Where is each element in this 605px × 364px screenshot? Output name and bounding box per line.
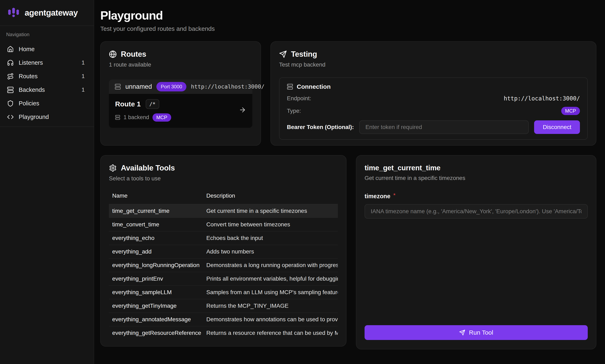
tool-description-cell: Convert time between timezones <box>203 218 338 231</box>
headphones-icon <box>7 59 14 66</box>
timezone-field-label-row: timezone * <box>365 193 588 200</box>
column-header-description: Description <box>203 193 338 204</box>
tool-runner-card: time_get_current_time Get current time i… <box>356 155 596 350</box>
server-icon <box>115 115 120 120</box>
tool-description-cell: Samples from an LLM using MCP's sampling… <box>203 286 338 299</box>
tool-name-cell: time_convert_time <box>109 218 203 231</box>
disconnect-button[interactable]: Disconnect <box>534 120 580 134</box>
tool-description-cell: Get current time in a specific timezones <box>203 204 338 218</box>
table-row[interactable]: everything_echoEchoes back the input <box>109 231 338 245</box>
sidebar-item-playground[interactable]: Playground <box>4 111 90 123</box>
table-row[interactable]: time_convert_timeConvert time between ti… <box>109 218 338 231</box>
tools-card-header: Available Tools <box>109 164 338 172</box>
testing-card: Testing Test mcp backend Connection Endp… <box>270 41 596 146</box>
routes-card-title: Routes <box>121 50 146 59</box>
tool-name-cell: everything_getTinyImage <box>109 299 203 313</box>
tool-name-cell: everything_longRunningOperation <box>109 259 203 272</box>
table-row[interactable]: everything_annotatedMessageDemonstrates … <box>109 313 338 326</box>
sidebar-header: agentgateway <box>0 0 94 26</box>
sidebar-item-label: Policies <box>19 100 39 107</box>
tool-name-cell: everything_add <box>109 245 203 259</box>
tool-name-cell: time_get_current_time <box>109 204 203 218</box>
sidebar-nav: Navigation Home Listeners 1 Routes <box>0 26 94 127</box>
routes-card-subtitle: 1 route available <box>109 61 252 68</box>
table-row[interactable]: time_get_current_timeGet current time in… <box>109 204 338 218</box>
tool-name-cell: everything_sampleLLM <box>109 286 203 299</box>
tool-runner-title: time_get_current_time <box>365 164 588 172</box>
table-row[interactable]: everything_longRunningOperationDemonstra… <box>109 259 338 272</box>
tool-runner-subtitle: Get current time in a specific timezones <box>365 175 588 181</box>
route-icon <box>7 73 14 80</box>
send-icon <box>459 329 465 336</box>
route-backend-count: 1 backend <box>123 114 149 121</box>
table-row[interactable]: everything_getResourceReferenceReturns a… <box>109 326 338 339</box>
tool-name-cell: everything_getResourceReference <box>109 326 203 339</box>
tools-card-title: Available Tools <box>121 164 175 172</box>
page-title: Playground <box>100 9 596 22</box>
connection-heading: Connection <box>287 83 580 90</box>
bearer-token-label: Bearer Token (Optional): <box>287 124 354 130</box>
testing-card-header: Testing <box>279 50 588 59</box>
table-row[interactable]: everything_addAdds two numbers <box>109 245 338 259</box>
bearer-token-input[interactable] <box>359 120 529 134</box>
route-list-item[interactable]: Route 1 /* 1 backend MCP <box>109 94 252 128</box>
globe-icon <box>109 50 117 58</box>
tools-card-subtitle: Select a tools to use <box>109 175 338 182</box>
gear-icon <box>109 164 117 172</box>
available-tools-card: Available Tools Select a tools to use Na… <box>100 155 346 347</box>
code-icon <box>7 114 14 120</box>
routes-card-header: Routes <box>109 50 252 59</box>
app-root: agentgateway Navigation Home Listeners 1 <box>0 0 605 364</box>
timezone-field-label: timezone <box>365 193 391 200</box>
tool-name-cell: everything_printEnv <box>109 272 203 286</box>
testing-card-subtitle: Test mcp backend <box>279 61 588 68</box>
sidebar-item-label: Home <box>19 46 35 52</box>
tools-table: Name Description time_get_current_timeGe… <box>109 193 338 339</box>
shield-icon <box>7 100 14 107</box>
run-tool-label: Run Tool <box>469 329 493 336</box>
endpoint-value: http://localhost:3000/ <box>504 95 580 102</box>
sidebar-item-badge: 1 <box>82 60 87 66</box>
routes-card: Routes 1 route available unnamed Port 30… <box>100 41 261 146</box>
timezone-input[interactable] <box>365 204 588 219</box>
tool-description-cell: Echoes back the input <box>203 231 338 245</box>
type-row: Type: MCP <box>287 107 580 115</box>
tool-description-cell: Adds two numbers <box>203 245 338 259</box>
sidebar-item-listeners[interactable]: Listeners 1 <box>4 56 90 69</box>
connection-heading-label: Connection <box>297 83 331 90</box>
sidebar-item-routes[interactable]: Routes 1 <box>4 70 90 83</box>
tool-description-cell: Returns a resource reference that can be… <box>203 326 338 339</box>
table-row[interactable]: everything_printEnvPrints all environmen… <box>109 272 338 286</box>
required-marker: * <box>393 192 395 199</box>
page-subtitle: Test your configured routes and backends <box>100 25 596 32</box>
listener-name: unnamed <box>125 83 152 90</box>
main-content: Playground Test your configured routes a… <box>94 0 605 364</box>
testing-card-title: Testing <box>291 50 317 59</box>
tool-description-cell: Demonstrates a long running operation wi… <box>203 259 338 272</box>
table-row[interactable]: everything_getTinyImageReturns the MCP_T… <box>109 299 338 313</box>
sidebar-item-badge: 1 <box>82 87 87 93</box>
server-icon <box>115 84 121 90</box>
bottom-row: Available Tools Select a tools to use Na… <box>100 155 596 350</box>
agentgateway-logo-icon <box>7 6 20 19</box>
tools-table-body: time_get_current_timeGet current time in… <box>109 204 338 339</box>
tool-name-cell: everything_echo <box>109 231 203 245</box>
sidebar-item-home[interactable]: Home <box>4 43 90 55</box>
sidebar: agentgateway Navigation Home Listeners 1 <box>0 0 94 364</box>
listener-header: unnamed Port 3000 http://localhost:3000/ <box>109 79 252 94</box>
sidebar-item-backends[interactable]: Backends 1 <box>4 83 90 96</box>
route-info: Route 1 /* 1 backend MCP <box>115 99 171 122</box>
table-row[interactable]: everything_sampleLLMSamples from an LLM … <box>109 286 338 299</box>
mcp-badge: MCP <box>153 113 171 122</box>
sidebar-item-label: Routes <box>19 73 38 80</box>
route-name: Route 1 <box>115 100 141 108</box>
run-tool-button[interactable]: Run Tool <box>365 325 588 340</box>
tool-description-cell: Prints all environment variables, helpfu… <box>203 272 338 286</box>
tool-description-cell: Returns the MCP_TINY_IMAGE <box>203 299 338 313</box>
port-badge: Port 3000 <box>156 82 186 91</box>
bearer-token-row: Bearer Token (Optional): Disconnect <box>287 120 580 134</box>
listener-url: http://localhost:3000/ <box>191 83 264 90</box>
sidebar-item-policies[interactable]: Policies <box>4 97 90 110</box>
tools-table-header-row: Name Description <box>109 193 338 204</box>
sidebar-item-badge: 1 <box>82 73 87 79</box>
